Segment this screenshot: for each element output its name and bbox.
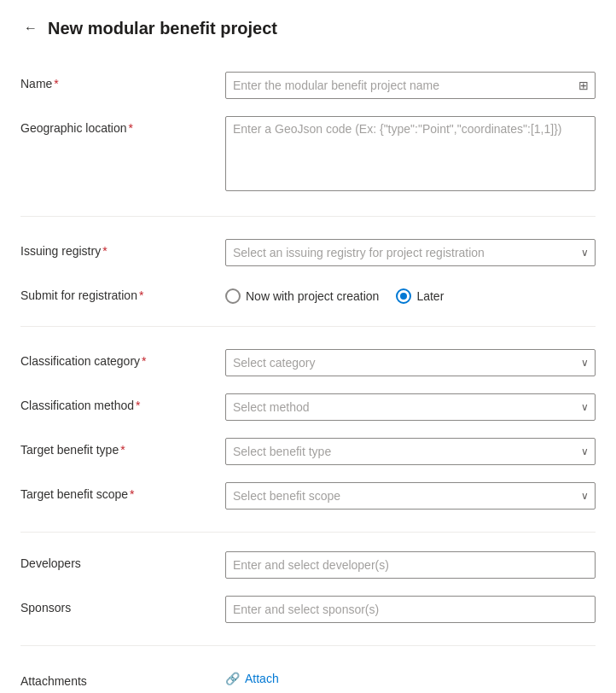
submit-row: Submit for registration* Now with projec…: [20, 275, 596, 312]
issuing-select[interactable]: Select an issuing registry for project r…: [225, 239, 596, 266]
radio-later[interactable]: Later: [396, 288, 444, 304]
attach-button[interactable]: 🔗 Attach: [225, 672, 279, 685]
benefit-type-row: Target benefit type* Select benefit type…: [20, 429, 596, 474]
page-container: ← New modular benefit project Name* ⊞ Ge…: [0, 0, 616, 693]
sponsors-row: Sponsors: [20, 587, 596, 632]
method-row: Classification method* Select method ∨: [20, 385, 596, 429]
benefit-type-label: Target benefit type*: [20, 438, 225, 457]
name-required: *: [54, 77, 58, 90]
submit-radio-group: Now with project creation Later: [225, 283, 596, 304]
geo-row: Geographic location*: [20, 108, 596, 202]
page-header: ← New modular benefit project: [20, 17, 596, 39]
name-row: Name* ⊞: [20, 63, 596, 108]
benefit-type-required: *: [120, 443, 125, 457]
attach-label: Attach: [245, 672, 279, 685]
name-input-wrapper: ⊞: [225, 72, 596, 99]
attachments-label: Attachments: [20, 669, 225, 688]
benefit-type-select[interactable]: Select benefit type: [225, 438, 596, 465]
benefit-scope-label: Target benefit scope*: [20, 482, 225, 501]
developers-row: Developers: [20, 546, 596, 587]
submit-options-wrapper: Now with project creation Later: [225, 283, 596, 304]
developers-input[interactable]: [225, 551, 596, 579]
geo-input[interactable]: [225, 116, 596, 191]
benefit-scope-select-wrapper: Select benefit scope ∨: [225, 482, 596, 510]
radio-now[interactable]: Now with project creation: [225, 288, 379, 304]
attachments-row: Attachments 🔗 Attach: [20, 660, 596, 693]
submit-label: Submit for registration*: [20, 283, 225, 302]
issuing-row: Issuing registry* Select an issuing regi…: [20, 230, 596, 275]
field-icon: ⊞: [578, 79, 589, 92]
attachments-wrapper: 🔗 Attach: [225, 672, 596, 685]
name-label: Name*: [20, 72, 225, 90]
category-select[interactable]: Select category: [225, 349, 596, 376]
category-select-wrapper: Select category ∨: [225, 349, 596, 376]
basic-info-section: Name* ⊞ Geographic location*: [20, 63, 596, 217]
developers-input-wrapper: [225, 551, 596, 579]
sponsors-input-wrapper: [225, 596, 596, 623]
issuing-label: Issuing registry*: [20, 239, 225, 258]
method-select-wrapper: Select method ∨: [225, 393, 596, 421]
developers-label: Developers: [20, 551, 225, 570]
benefit-type-select-wrapper: Select benefit type ∨: [225, 438, 596, 465]
geo-label: Geographic location*: [20, 116, 225, 135]
benefit-scope-row: Target benefit scope* Select benefit sco…: [20, 474, 596, 518]
submit-required: *: [139, 288, 143, 302]
method-required: *: [136, 399, 140, 412]
classification-section: Classification category* Select category…: [20, 341, 596, 533]
geo-required: *: [129, 121, 133, 135]
radio-later-circle: [396, 288, 411, 304]
benefit-scope-select[interactable]: Select benefit scope: [225, 482, 596, 510]
attachments-section: Attachments 🔗 Attach: [20, 660, 596, 693]
geo-input-wrapper: [225, 116, 596, 194]
registry-section: Issuing registry* Select an issuing regi…: [20, 230, 596, 327]
category-label: Classification category*: [20, 349, 225, 368]
back-icon: ←: [24, 20, 38, 36]
attach-icon: 🔗: [225, 672, 240, 685]
issuing-required: *: [102, 244, 107, 258]
radio-later-label: Later: [416, 289, 444, 303]
radio-now-circle: [225, 288, 241, 304]
category-row: Classification category* Select category…: [20, 341, 596, 385]
name-input[interactable]: [225, 72, 596, 99]
sponsors-label: Sponsors: [20, 596, 225, 614]
benefit-scope-required: *: [130, 487, 134, 501]
category-required: *: [142, 354, 146, 368]
method-select[interactable]: Select method: [225, 393, 596, 421]
radio-now-label: Now with project creation: [246, 289, 379, 303]
page-title: New modular benefit project: [48, 19, 277, 38]
back-button[interactable]: ←: [20, 17, 41, 39]
sponsors-input[interactable]: [225, 596, 596, 623]
issuing-select-wrapper: Select an issuing registry for project r…: [225, 239, 596, 266]
people-section: Developers Sponsors: [20, 546, 596, 646]
method-label: Classification method*: [20, 393, 225, 412]
